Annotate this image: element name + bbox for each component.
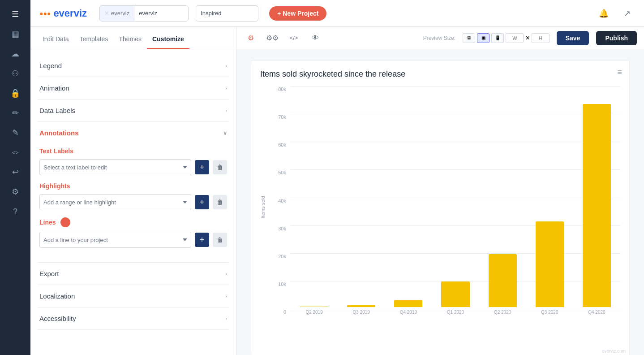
- content-row: Edit Data Templates Themes Customize Leg…: [30, 27, 644, 355]
- y-tick-80k: 80k: [268, 87, 286, 92]
- export-label: Export: [39, 270, 59, 277]
- save-button[interactable]: Save: [557, 31, 589, 45]
- line-add-button[interactable]: +: [195, 233, 209, 247]
- animation-chevron-icon: ›: [225, 85, 227, 91]
- bar-5[interactable]: [536, 221, 564, 307]
- text-labels-row: Select a text label to edit + 🗑: [39, 159, 227, 175]
- y-tick-10k: 10k: [268, 281, 286, 287]
- tab-templates[interactable]: Templates: [74, 35, 114, 49]
- nav-undo-icon[interactable]: ↩: [6, 163, 24, 181]
- nav-cloud-icon[interactable]: ☁: [6, 45, 24, 63]
- bar-6[interactable]: [583, 104, 611, 307]
- accessibility-label: Accessibility: [39, 315, 76, 322]
- nav-pen-icon[interactable]: ✏: [6, 104, 24, 122]
- accessibility-section: Accessibility ›: [38, 307, 229, 330]
- nav-sidebar: ☰ ▦ ☁ ⚇ 🔒 ✏ ✎ <> ↩ ⚙ ?: [0, 0, 30, 355]
- highlight-add-button[interactable]: +: [195, 195, 209, 209]
- bar-group-q2-2019: Q2 2019: [291, 86, 338, 315]
- header: ●●● everviz ✕ everviz + New Project 🔔 ↗: [30, 0, 644, 27]
- nav-edit-icon[interactable]: ✎: [6, 124, 24, 142]
- nav-settings-icon[interactable]: ⚙: [6, 183, 24, 201]
- nav-code-icon[interactable]: <>: [6, 143, 24, 161]
- height-size-input[interactable]: [532, 33, 550, 43]
- bar-label-6: Q4 2020: [588, 310, 605, 315]
- bar-2[interactable]: [394, 300, 422, 307]
- preview-toolbar-icon[interactable]: 👁: [308, 31, 322, 45]
- chart-canvas: Items sold skyrocketed since the release…: [236, 49, 644, 355]
- highlight-select[interactable]: Add a range or line highlight: [39, 194, 191, 210]
- text-label-add-button[interactable]: +: [195, 160, 209, 174]
- data-labels-section: Data Labels ›: [38, 100, 229, 122]
- nav-menu-icon[interactable]: ☰: [6, 5, 24, 23]
- y-tick-40k: 40k: [268, 198, 286, 203]
- share-icon[interactable]: ↗: [619, 5, 635, 22]
- text-label-delete-button[interactable]: 🗑: [213, 160, 227, 174]
- line-select[interactable]: Add a line to your project: [39, 232, 191, 248]
- phone-preview-button[interactable]: 📱: [491, 33, 504, 43]
- bars-container: Q2 2019Q3 2019Q4 2019Q1 2020Q2 2020Q3 20…: [291, 86, 620, 315]
- localization-header[interactable]: Localization ›: [38, 285, 229, 307]
- notification-icon[interactable]: 🔔: [596, 5, 612, 22]
- line-delete-button[interactable]: 🗑: [213, 233, 227, 247]
- code-toolbar-icon[interactable]: </>: [287, 31, 301, 45]
- bar-0[interactable]: [300, 307, 328, 307]
- new-project-button[interactable]: + New Project: [269, 6, 326, 21]
- y-tick-30k: 30k: [268, 226, 286, 231]
- export-header[interactable]: Export ›: [38, 263, 229, 285]
- y-tick-0: 0: [268, 309, 286, 315]
- bar-4[interactable]: [489, 254, 517, 307]
- nav-chart-icon[interactable]: ▦: [6, 25, 24, 43]
- annotations-header[interactable]: Annotations ∨: [38, 122, 229, 144]
- breadcrumb-tag: ✕ everviz: [100, 6, 134, 21]
- bar-3[interactable]: [441, 281, 469, 307]
- export-chevron-icon: ›: [225, 271, 227, 277]
- subtitle-input[interactable]: [196, 5, 258, 22]
- highlight-delete-button[interactable]: 🗑: [213, 195, 227, 209]
- bar-group-q4-2019: Q4 2019: [385, 86, 432, 315]
- legend-header[interactable]: Legend ›: [38, 55, 229, 77]
- bar-label-1: Q3 2019: [353, 310, 370, 315]
- animation-section: Animation ›: [38, 77, 229, 100]
- tab-bar: Edit Data Templates Themes Customize: [30, 27, 236, 49]
- tablet-preview-button[interactable]: ▣: [477, 33, 489, 43]
- preview-size-buttons: 🖥 ▣ 📱 ×: [463, 33, 549, 43]
- width-size-input[interactable]: [506, 33, 524, 43]
- logo-dots: ●●●: [39, 10, 51, 17]
- localization-label: Localization: [39, 292, 75, 300]
- legend-chevron-icon: ›: [225, 63, 227, 69]
- settings-toolbar-icon[interactable]: ⚙: [244, 31, 258, 45]
- lines-header-row: Lines: [39, 217, 227, 227]
- animation-label: Animation: [39, 84, 69, 92]
- data-labels-chevron-icon: ›: [225, 108, 227, 114]
- text-labels-title: Text Labels: [39, 147, 227, 155]
- nav-users-icon[interactable]: ⚇: [6, 65, 24, 82]
- accessibility-header[interactable]: Accessibility ›: [38, 307, 229, 329]
- animation-header[interactable]: Animation ›: [38, 77, 229, 99]
- tab-customize[interactable]: Customize: [147, 35, 189, 49]
- highlights-row: Add a range or line highlight + 🗑: [39, 194, 227, 210]
- nav-help-icon[interactable]: ?: [6, 203, 24, 221]
- breadcrumb-search: ✕ everviz: [99, 5, 189, 22]
- customize-sidebar: Edit Data Templates Themes Customize Leg…: [30, 27, 236, 355]
- accessibility-chevron-icon: ›: [225, 316, 227, 322]
- config-toolbar-icon[interactable]: ⚙⚙: [265, 31, 279, 45]
- chart-menu-icon[interactable]: ≡: [617, 68, 622, 77]
- size-separator: ×: [525, 34, 529, 42]
- lines-title: Lines: [39, 219, 56, 226]
- text-label-select[interactable]: Select a text label to edit: [39, 159, 191, 175]
- nav-lock-icon[interactable]: 🔒: [6, 84, 24, 102]
- chart-title: Items sold skyrocketed since the release: [260, 69, 620, 79]
- project-name-input[interactable]: [134, 10, 188, 17]
- desktop-preview-button[interactable]: 🖥: [463, 33, 475, 43]
- data-labels-header[interactable]: Data Labels ›: [38, 100, 229, 121]
- data-labels-label: Data Labels: [39, 107, 75, 114]
- bar-1[interactable]: [347, 305, 375, 307]
- tab-themes[interactable]: Themes: [113, 35, 147, 49]
- main-area: ●●● everviz ✕ everviz + New Project 🔔 ↗ …: [30, 0, 644, 355]
- publish-button[interactable]: Publish: [596, 31, 637, 45]
- bar-label-5: Q3 2020: [541, 310, 558, 315]
- tab-edit-data[interactable]: Edit Data: [38, 35, 74, 49]
- legend-section: Legend ›: [38, 55, 229, 77]
- chart-plot: 80k 70k 60k 50k 40k 30k 20k 10k 0: [269, 86, 620, 328]
- chart-inner: Items sold 80k 70k 60k 50k 40k 30k 20k: [260, 86, 620, 328]
